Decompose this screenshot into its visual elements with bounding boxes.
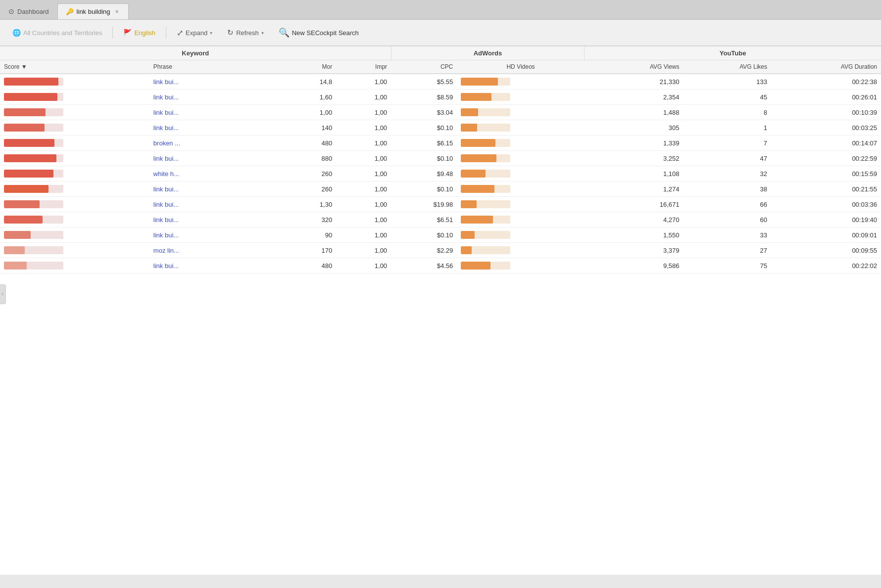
avg-duration-cell: 00:03:25 <box>771 120 881 136</box>
col-hd-header[interactable]: HD Videos <box>457 60 584 74</box>
phrase-link[interactable]: link bui... <box>153 201 179 208</box>
score-bar-bg <box>4 185 63 193</box>
col-mor-header[interactable]: Mor <box>281 60 336 74</box>
phrase-cell[interactable]: white h... <box>149 166 281 181</box>
hd-cell <box>457 227 584 243</box>
mor-cell: 260 <box>281 181 336 197</box>
sidebar-toggle[interactable]: ‹ <box>0 284 6 304</box>
hd-bar-bg <box>461 108 510 116</box>
phrase-link[interactable]: broken ... <box>153 139 180 147</box>
phrase-link[interactable]: moz lin... <box>153 247 179 254</box>
avg-duration-cell: 00:26:01 <box>771 90 881 105</box>
score-cell <box>0 166 149 181</box>
phrase-link[interactable]: link bui... <box>153 231 179 239</box>
imp-cell: 1,00 <box>336 197 391 212</box>
avg-duration-cell: 00:09:55 <box>771 243 881 258</box>
score-cell <box>0 197 149 212</box>
adwords-group-header: AdWords <box>391 46 585 60</box>
col-score-header[interactable]: Score ▼ <box>0 60 149 74</box>
avg-likes-cell: 1 <box>683 120 771 136</box>
score-bar-bg <box>4 231 63 239</box>
hd-bar-bg <box>461 262 510 270</box>
cpc-cell: $4.56 <box>391 258 457 273</box>
hd-label: HD Videos <box>506 63 535 70</box>
hd-bar <box>461 78 510 86</box>
table-row: link bui...1401,00$0.10 305100:03:25 <box>0 120 881 136</box>
score-bar <box>4 246 63 254</box>
phrase-link[interactable]: link bui... <box>153 93 179 101</box>
countries-button[interactable]: 🌐 All Countries and Territories <box>6 25 108 40</box>
avg-likes-cell: 47 <box>683 151 771 166</box>
phrase-cell[interactable]: link bui... <box>149 258 281 273</box>
score-bar <box>4 154 63 162</box>
phrase-cell[interactable]: broken ... <box>149 136 281 151</box>
hd-cell <box>457 258 584 273</box>
phrase-link[interactable]: link bui... <box>153 155 179 162</box>
avg-views-cell: 305 <box>585 120 684 136</box>
col-avg-dur-header[interactable]: AVG Duration <box>771 60 881 74</box>
imp-cell: 1,00 <box>336 105 391 120</box>
hd-cell <box>457 136 584 151</box>
score-bar-bg <box>4 124 63 132</box>
cpc-cell: $5.55 <box>391 74 457 90</box>
cpc-cell: $9.48 <box>391 166 457 181</box>
avg-duration-cell: 00:03:36 <box>771 197 881 212</box>
hd-cell <box>457 74 584 90</box>
score-bar <box>4 216 63 224</box>
chevron-down-icon: ▾ <box>210 30 212 36</box>
hd-bar-fill <box>461 262 490 270</box>
score-bar-bg <box>4 216 63 224</box>
expand-button[interactable]: ⤢ Expand ▾ <box>170 25 219 41</box>
table-row: link bui...4801,00$4.56 9,5867500:22:02 <box>0 258 881 273</box>
hd-cell <box>457 90 584 105</box>
mor-cell: 480 <box>281 136 336 151</box>
avg-views-cell: 2,354 <box>585 90 684 105</box>
phrase-link[interactable]: link bui... <box>153 216 179 224</box>
hd-bar-fill <box>461 200 477 208</box>
phrase-link[interactable]: link bui... <box>153 185 179 193</box>
imp-cell: 1,00 <box>336 227 391 243</box>
table-row: broken ...4801,00$6.15 1,339700:14:07 <box>0 136 881 151</box>
tab-dashboard-label: Dashboard <box>17 8 49 15</box>
avg-views-cell: 21,330 <box>585 74 684 90</box>
col-imp-header[interactable]: Impr <box>336 60 391 74</box>
phrase-cell[interactable]: link bui... <box>149 90 281 105</box>
phrase-cell[interactable]: link bui... <box>149 197 281 212</box>
phrase-link[interactable]: link bui... <box>153 109 179 116</box>
phrase-link[interactable]: link bui... <box>153 78 179 86</box>
phrase-cell[interactable]: moz lin... <box>149 243 281 258</box>
col-avg-views-header[interactable]: AVG Views <box>585 60 684 74</box>
score-cell <box>0 90 149 105</box>
close-icon[interactable]: ✕ <box>113 8 120 15</box>
hd-bar-bg <box>461 139 510 147</box>
phrase-cell[interactable]: link bui... <box>149 105 281 120</box>
hd-cell <box>457 243 584 258</box>
tab-dashboard[interactable]: ⊙ Dashboard <box>0 3 57 19</box>
score-label: Score ▼ <box>4 63 27 70</box>
table-row: link bui...3201,00$6.51 4,2706000:19:40 <box>0 212 881 227</box>
score-bar-fill <box>4 216 43 224</box>
score-bar-bg <box>4 262 63 270</box>
phrase-link[interactable]: white h... <box>153 170 179 178</box>
phrase-cell[interactable]: link bui... <box>149 120 281 136</box>
phrase-cell[interactable]: link bui... <box>149 227 281 243</box>
phrase-cell[interactable]: link bui... <box>149 151 281 166</box>
phrase-cell[interactable]: link bui... <box>149 74 281 90</box>
phrase-cell[interactable]: link bui... <box>149 181 281 197</box>
language-button[interactable]: 🚩 English <box>117 25 162 40</box>
phrase-link[interactable]: link bui... <box>153 124 179 132</box>
table-row: link bui...14,81,00$5.55 21,33013300:22:… <box>0 74 881 90</box>
avg-duration-cell: 00:22:38 <box>771 74 881 90</box>
new-search-button[interactable]: 🔍 New SECockpit Search <box>272 24 365 42</box>
col-phrase-header[interactable]: Phrase <box>149 60 281 74</box>
cpc-cell: $6.15 <box>391 136 457 151</box>
phrase-link[interactable]: link bui... <box>153 262 179 270</box>
score-bar-bg <box>4 246 63 254</box>
avg-likes-cell: 75 <box>683 258 771 273</box>
col-avg-likes-header[interactable]: AVG Likes <box>683 60 771 74</box>
refresh-button[interactable]: ↻ Refresh ▾ <box>221 25 270 41</box>
col-cpc-header[interactable]: CPC <box>391 60 457 74</box>
tab-link-building[interactable]: 🔑 link building ✕ <box>57 3 129 19</box>
avg-views-cell: 3,379 <box>585 243 684 258</box>
phrase-cell[interactable]: link bui... <box>149 212 281 227</box>
